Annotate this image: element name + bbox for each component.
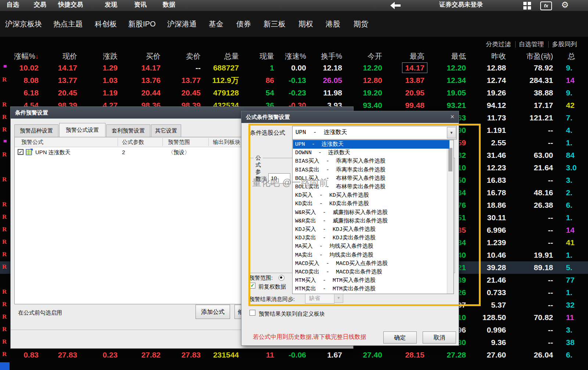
tab-0[interactable]: 预警品种设置 (14, 124, 58, 137)
table-cell: 41 (566, 236, 574, 249)
column-header-2[interactable]: 涨跌 (103, 51, 118, 62)
nav-item-8[interactable]: 期权 (298, 11, 313, 37)
nav-item-0[interactable]: 沪深京板块 (5, 11, 42, 37)
view-tab-2[interactable]: 多股同列 (552, 40, 577, 49)
dropdown-item-1[interactable]: DOWNN - 连跌数天 (293, 149, 449, 157)
table-cell: 26.38 (534, 199, 553, 211)
dropdown-item-12[interactable]: MA买入 - 均线买入条件选股 (293, 242, 449, 251)
top-menu-2[interactable]: 快捷交易 (58, 0, 83, 11)
dropdown-item-6[interactable]: KD买入 - KD买入条件选股 (293, 191, 449, 200)
dropdown-item-15[interactable]: MACD卖出 - MACD卖出条件选股 (293, 268, 449, 276)
view-tab-0[interactable]: 分类过滤 (486, 40, 511, 49)
column-header-14[interactable]: 总 (568, 51, 575, 62)
tab-2[interactable]: 套利预警设置 (106, 124, 150, 137)
dropdown-item-10[interactable]: KDJ买入 - KDJ买入条件选股 (293, 225, 449, 234)
column-header-8[interactable]: 换手% (321, 51, 342, 62)
top-menu-1[interactable]: 交易 (34, 0, 46, 11)
table-cell: 0.00 (291, 62, 306, 74)
add-formula-button[interactable]: 添加公式 (196, 305, 230, 319)
nav-item-4[interactable]: 沪深港通 (167, 11, 197, 37)
cancel-button[interactable]: 取消 (423, 331, 456, 344)
formula-alert-close-icon[interactable]: × (450, 113, 454, 121)
table-cell: 479128 (213, 87, 239, 99)
formula-enabled-checkbox[interactable]: ✓ (18, 149, 24, 155)
adjusted-data-checkbox[interactable]: ✓ (250, 283, 255, 289)
fx-editor-icon[interactable]: fx (540, 1, 552, 10)
row-flag-r: R (2, 113, 7, 121)
column-header-6[interactable]: 现量 (259, 51, 274, 62)
table-cell: 0.23 (103, 349, 118, 361)
table-cell: 12.80 (363, 74, 382, 87)
view-tab-1[interactable]: 自选管理 (519, 40, 544, 49)
ok-button[interactable]: 确定 (383, 331, 417, 344)
column-header-9[interactable]: 今开 (368, 51, 382, 62)
top-menu-0[interactable]: 自选 (7, 0, 19, 11)
column-header-7[interactable]: 涨速% (285, 51, 306, 62)
nav-item-2[interactable]: 科创板 (95, 11, 117, 37)
nav-item-7[interactable]: 新三板 (263, 11, 286, 37)
combo-dropdown-arrow-icon[interactable]: ▼ (447, 127, 456, 138)
table-cell: 26.04 (534, 349, 553, 361)
list-header-formula[interactable]: 预警公式 (21, 137, 43, 147)
formula-alert-dialog-title[interactable]: 公式条件预警设置 (241, 111, 459, 123)
table-row[interactable]: 6.1820.451.1920.4420.4547912854-0.2311.9… (0, 87, 588, 99)
table-cell: 84 (566, 149, 574, 162)
dropdown-item-4[interactable]: BOLL买入 - 布林带买入条件选股 (293, 174, 449, 183)
nav-item-3[interactable]: 新股IPO (128, 11, 155, 37)
dropdown-item-0[interactable]: UPN - 连涨数天 (293, 140, 449, 149)
table-cell: 7. (566, 112, 573, 124)
table-cell: 63.00 (534, 149, 553, 162)
column-header-10[interactable]: 最高 (410, 51, 424, 62)
nav-item-1[interactable]: 热点主题 (53, 11, 83, 37)
list-header-range[interactable]: 预警范围 (168, 137, 190, 147)
dropdown-item-17[interactable]: MTM卖出 - MTM卖出条件选股 (293, 285, 449, 293)
table-row[interactable]: 10.0214.171.2914.17--68872710.0012.1812.… (0, 62, 588, 74)
column-header-5[interactable]: 总量 (224, 51, 239, 62)
top-menu-4[interactable]: 资讯 (134, 0, 147, 11)
dropdown-item-16[interactable]: MTM买入 - MTM买入条件选股 (293, 276, 449, 285)
formula-combo-field[interactable]: UPN - 连涨数天 (292, 126, 457, 139)
table-cell: -- (548, 124, 553, 137)
table-cell: 231544 (213, 349, 239, 361)
dropdown-item-11[interactable]: KDJ卖出 - KDJ卖出条件选股 (293, 234, 449, 242)
list-header-output[interactable]: 输出到板块 (213, 137, 240, 147)
table-cell: 78.92 (534, 62, 553, 74)
list-header-params[interactable]: 公式参数 (122, 137, 144, 147)
table-row[interactable]: R0.8327.830.2327.8227.8323154411-0.061.6… (0, 349, 588, 361)
top-menu-5[interactable]: 数据 (163, 0, 175, 11)
table-cell: 11 (266, 349, 274, 361)
grid-layout-icon[interactable] (523, 2, 531, 10)
table-cell: 1. (566, 286, 573, 299)
column-header-0[interactable]: 涨幅%↓ (14, 51, 39, 62)
param-value-input[interactable]: 10 (268, 173, 290, 184)
login-status[interactable]: 证券交易未登录 (439, 0, 483, 11)
back-arrow-icon[interactable] (390, 2, 401, 9)
column-header-12[interactable]: 昨收 (491, 51, 506, 62)
column-header-4[interactable]: 卖价 (186, 51, 201, 62)
row-flag-dot (4, 140, 7, 142)
dropdown-item-9[interactable]: W&R卖出 - 威廉指标卖出条件选股 (293, 217, 449, 225)
top-menu-3[interactable]: 发现 (105, 0, 117, 11)
dropdown-item-5[interactable]: BOLL卖出 - 布林带卖出条件选股 (293, 183, 449, 191)
tab-3[interactable]: 其它设置 (151, 124, 181, 137)
assoc-board-checkbox[interactable] (250, 310, 255, 316)
nav-item-10[interactable]: 期货 (354, 11, 368, 37)
dropdown-item-8[interactable]: W&R买入 - 威廉指标买入条件选股 (293, 208, 449, 217)
table-cell: 10.02 (19, 62, 39, 74)
nav-item-9[interactable]: 港股 (326, 11, 340, 37)
nav-item-5[interactable]: 基金 (209, 11, 223, 37)
dropdown-item-3[interactable]: BIAS卖出 - 乖离率卖出条件选股 (293, 166, 449, 174)
gear-icon[interactable]: ⚙ (561, 0, 569, 10)
dropdown-item-13[interactable]: MA卖出 - 均线卖出条件选股 (293, 251, 449, 260)
column-header-1[interactable]: 现价 (62, 51, 77, 62)
alert-range-radio[interactable] (279, 275, 284, 281)
dropdown-item-2[interactable]: BIAS买入 - 乖离率买入条件选股 (293, 157, 449, 166)
dropdown-item-14[interactable]: MACD买入 - MACD买入点条件选股 (293, 260, 449, 268)
column-header-3[interactable]: 买价 (146, 51, 161, 62)
column-header-13[interactable]: 市盈(动) (526, 51, 553, 62)
table-row[interactable]: R8.0813.771.0313.7613.77112.9万86-0.1326.… (0, 74, 588, 87)
tab-1[interactable]: 预警公式设置 (59, 123, 105, 137)
column-header-11[interactable]: 最低 (451, 51, 466, 62)
dropdown-item-7[interactable]: KD卖出 - KD卖出条件选股 (293, 200, 449, 208)
nav-item-6[interactable]: 债券 (236, 11, 251, 37)
